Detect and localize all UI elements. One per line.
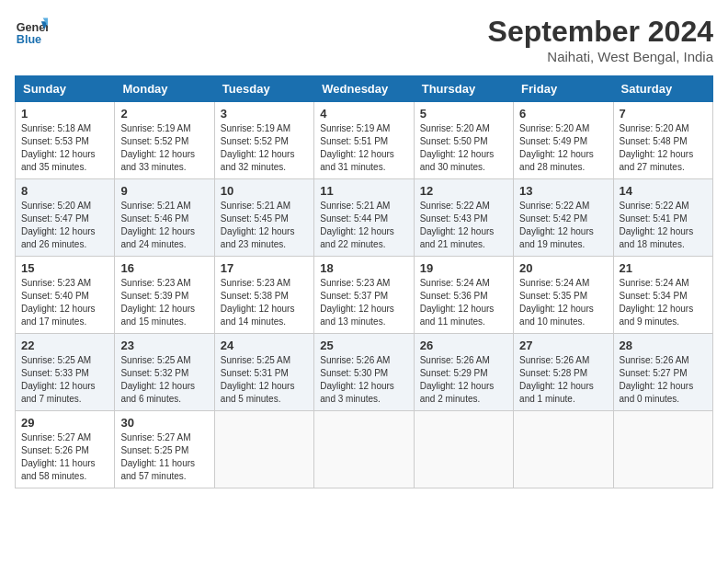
- header-wednesday: Wednesday: [314, 76, 414, 102]
- svg-text:Blue: Blue: [17, 33, 41, 46]
- day-info: Sunrise: 5:20 AMSunset: 5:49 PMDaylight:…: [519, 122, 607, 174]
- day-cell-14: 14Sunrise: 5:22 AMSunset: 5:41 PMDayligh…: [613, 179, 712, 257]
- day-cell-7: 7Sunrise: 5:20 AMSunset: 5:48 PMDaylight…: [613, 102, 712, 179]
- day-info: Sunrise: 5:24 AMSunset: 5:36 PMDaylight:…: [420, 277, 507, 328]
- day-cell-13: 13Sunrise: 5:22 AMSunset: 5:42 PMDayligh…: [514, 179, 613, 257]
- day-info: Sunrise: 5:26 AMSunset: 5:29 PMDaylight:…: [420, 354, 507, 406]
- day-cell-11: 11Sunrise: 5:21 AMSunset: 5:44 PMDayligh…: [314, 179, 414, 257]
- day-cell-8: 8Sunrise: 5:20 AMSunset: 5:47 PMDaylight…: [16, 179, 115, 257]
- day-cell-23: 23Sunrise: 5:25 AMSunset: 5:32 PMDayligh…: [115, 334, 214, 411]
- day-cell-24: 24Sunrise: 5:25 AMSunset: 5:31 PMDayligh…: [214, 334, 313, 411]
- day-info: Sunrise: 5:22 AMSunset: 5:41 PMDaylight:…: [620, 200, 707, 251]
- day-cell-26: 26Sunrise: 5:26 AMSunset: 5:29 PMDayligh…: [414, 334, 513, 411]
- day-number: 17: [221, 261, 308, 275]
- day-info: Sunrise: 5:19 AMSunset: 5:52 PMDaylight:…: [120, 122, 208, 174]
- day-cell-10: 10Sunrise: 5:21 AMSunset: 5:45 PMDayligh…: [214, 179, 313, 257]
- day-info: Sunrise: 5:25 AMSunset: 5:33 PMDaylight:…: [21, 354, 108, 406]
- day-number: 6: [519, 107, 607, 121]
- day-cell-27: 27Sunrise: 5:26 AMSunset: 5:28 PMDayligh…: [514, 334, 613, 411]
- day-number: 22: [21, 339, 108, 352]
- day-info: Sunrise: 5:27 AMSunset: 5:25 PMDaylight:…: [120, 431, 208, 483]
- day-info: Sunrise: 5:26 AMSunset: 5:30 PMDaylight:…: [320, 354, 407, 406]
- empty-cell: [514, 411, 613, 488]
- empty-cell: [314, 411, 414, 488]
- empty-cell: [214, 411, 313, 488]
- day-cell-22: 22Sunrise: 5:25 AMSunset: 5:33 PMDayligh…: [16, 334, 115, 411]
- empty-cell: [613, 411, 712, 488]
- day-cell-29: 29Sunrise: 5:27 AMSunset: 5:26 PMDayligh…: [16, 411, 115, 488]
- day-number: 8: [21, 184, 108, 198]
- day-cell-25: 25Sunrise: 5:26 AMSunset: 5:30 PMDayligh…: [314, 334, 414, 411]
- day-cell-2: 2Sunrise: 5:19 AMSunset: 5:52 PMDaylight…: [115, 102, 214, 179]
- day-info: Sunrise: 5:19 AMSunset: 5:51 PMDaylight:…: [320, 122, 407, 174]
- day-cell-12: 12Sunrise: 5:22 AMSunset: 5:43 PMDayligh…: [414, 179, 513, 257]
- day-number: 13: [519, 184, 607, 198]
- day-info: Sunrise: 5:26 AMSunset: 5:28 PMDaylight:…: [519, 354, 607, 406]
- day-info: Sunrise: 5:21 AMSunset: 5:44 PMDaylight:…: [320, 200, 407, 251]
- day-number: 16: [120, 261, 208, 275]
- header-thursday: Thursday: [414, 76, 513, 102]
- day-cell-16: 16Sunrise: 5:23 AMSunset: 5:39 PMDayligh…: [115, 257, 214, 334]
- day-number: 28: [620, 339, 707, 352]
- day-info: Sunrise: 5:18 AMSunset: 5:53 PMDaylight:…: [21, 122, 108, 174]
- day-number: 10: [221, 184, 308, 198]
- day-info: Sunrise: 5:23 AMSunset: 5:39 PMDaylight:…: [120, 277, 208, 328]
- day-info: Sunrise: 5:22 AMSunset: 5:43 PMDaylight:…: [420, 200, 507, 251]
- day-number: 30: [120, 416, 208, 430]
- calendar-row-2: 8Sunrise: 5:20 AMSunset: 5:47 PMDaylight…: [16, 179, 713, 257]
- day-number: 27: [519, 339, 607, 352]
- day-info: Sunrise: 5:23 AMSunset: 5:37 PMDaylight:…: [320, 277, 407, 328]
- day-number: 26: [420, 339, 507, 352]
- calendar-header-row: Sunday Monday Tuesday Wednesday Thursday…: [16, 76, 713, 102]
- page-header: General Blue September 2024 Naihati, Wes…: [15, 15, 713, 64]
- day-number: 14: [620, 184, 707, 198]
- day-cell-6: 6Sunrise: 5:20 AMSunset: 5:49 PMDaylight…: [514, 102, 613, 179]
- header-sunday: Sunday: [16, 76, 115, 102]
- day-info: Sunrise: 5:23 AMSunset: 5:40 PMDaylight:…: [21, 277, 108, 328]
- day-cell-9: 9Sunrise: 5:21 AMSunset: 5:46 PMDaylight…: [115, 179, 214, 257]
- header-monday: Monday: [115, 76, 214, 102]
- calendar-row-1: 1Sunrise: 5:18 AMSunset: 5:53 PMDaylight…: [16, 102, 713, 179]
- calendar-table: Sunday Monday Tuesday Wednesday Thursday…: [15, 75, 713, 488]
- day-info: Sunrise: 5:20 AMSunset: 5:48 PMDaylight:…: [620, 122, 707, 174]
- day-info: Sunrise: 5:19 AMSunset: 5:52 PMDaylight:…: [221, 122, 308, 174]
- day-info: Sunrise: 5:23 AMSunset: 5:38 PMDaylight:…: [221, 277, 308, 328]
- day-info: Sunrise: 5:24 AMSunset: 5:34 PMDaylight:…: [620, 277, 707, 328]
- title-area: September 2024 Naihati, West Bengal, Ind…: [488, 15, 713, 64]
- day-number: 11: [320, 184, 407, 198]
- day-cell-4: 4Sunrise: 5:19 AMSunset: 5:51 PMDaylight…: [314, 102, 414, 179]
- logo-icon: General Blue: [15, 15, 48, 48]
- day-number: 5: [420, 107, 507, 121]
- calendar-row-5: 29Sunrise: 5:27 AMSunset: 5:26 PMDayligh…: [16, 411, 713, 488]
- day-cell-5: 5Sunrise: 5:20 AMSunset: 5:50 PMDaylight…: [414, 102, 513, 179]
- day-number: 15: [21, 261, 108, 275]
- day-cell-3: 3Sunrise: 5:19 AMSunset: 5:52 PMDaylight…: [214, 102, 313, 179]
- day-number: 20: [519, 261, 607, 275]
- day-number: 18: [320, 261, 407, 275]
- day-cell-15: 15Sunrise: 5:23 AMSunset: 5:40 PMDayligh…: [16, 257, 115, 334]
- day-number: 24: [221, 339, 308, 352]
- header-friday: Friday: [514, 76, 613, 102]
- day-cell-28: 28Sunrise: 5:26 AMSunset: 5:27 PMDayligh…: [613, 334, 712, 411]
- month-title: September 2024: [488, 15, 713, 49]
- empty-cell: [414, 411, 513, 488]
- location: Naihati, West Bengal, India: [488, 49, 713, 64]
- day-info: Sunrise: 5:24 AMSunset: 5:35 PMDaylight:…: [519, 277, 607, 328]
- day-info: Sunrise: 5:20 AMSunset: 5:50 PMDaylight:…: [420, 122, 507, 174]
- day-number: 21: [620, 261, 707, 275]
- day-info: Sunrise: 5:25 AMSunset: 5:31 PMDaylight:…: [221, 354, 308, 406]
- day-number: 4: [320, 107, 407, 121]
- day-info: Sunrise: 5:27 AMSunset: 5:26 PMDaylight:…: [21, 431, 108, 483]
- day-info: Sunrise: 5:26 AMSunset: 5:27 PMDaylight:…: [620, 354, 707, 406]
- day-cell-1: 1Sunrise: 5:18 AMSunset: 5:53 PMDaylight…: [16, 102, 115, 179]
- day-info: Sunrise: 5:25 AMSunset: 5:32 PMDaylight:…: [120, 354, 208, 406]
- day-number: 3: [221, 107, 308, 121]
- day-number: 2: [120, 107, 208, 121]
- day-cell-17: 17Sunrise: 5:23 AMSunset: 5:38 PMDayligh…: [214, 257, 313, 334]
- day-number: 7: [620, 107, 707, 121]
- calendar-row-4: 22Sunrise: 5:25 AMSunset: 5:33 PMDayligh…: [16, 334, 713, 411]
- day-number: 9: [120, 184, 208, 198]
- day-number: 1: [21, 107, 108, 121]
- calendar-row-3: 15Sunrise: 5:23 AMSunset: 5:40 PMDayligh…: [16, 257, 713, 334]
- day-number: 25: [320, 339, 407, 352]
